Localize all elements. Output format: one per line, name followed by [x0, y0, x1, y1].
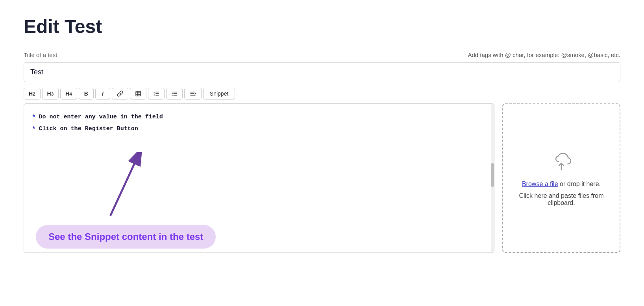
svg-point-15 — [172, 93, 172, 94]
toolbar-h3-button[interactable]: H3 — [42, 88, 59, 100]
upload-cloud-icon — [549, 150, 574, 173]
editor-line-1-text: Do not enter any value in the field — [39, 112, 163, 122]
toolbar-ordered-list-button[interactable]: 1 2 3 — [148, 88, 165, 100]
toolbar-unordered-list-button[interactable] — [166, 88, 183, 100]
upload-drop-text: or drop it here. — [560, 181, 601, 187]
editor-area: * Do not enter any value in the field * … — [24, 103, 620, 253]
field-label: Title of a test — [24, 52, 57, 58]
svg-rect-0 — [136, 91, 141, 96]
toolbar-align-button[interactable] — [184, 88, 202, 100]
toolbar-snippet-button[interactable]: Snippet — [203, 88, 235, 100]
editor-line-2: * Click on the Register Button — [32, 124, 486, 135]
upload-box[interactable]: Browse a file or drop it here. Click her… — [502, 103, 620, 253]
svg-point-14 — [172, 92, 172, 92]
editor-line-2-text: Click on the Register Button — [39, 124, 138, 134]
form-header: Title of a test Add tags with @ char, fo… — [24, 52, 620, 58]
editor-scrollbar[interactable] — [491, 104, 494, 253]
arrow-icon — [87, 152, 158, 219]
upload-paste-text[interactable]: Click here and paste files from clipboar… — [511, 192, 612, 206]
editor-toolbar: H2 H3 H4 B I 1 2 3 — [24, 88, 620, 100]
bullet-2: * — [32, 124, 36, 135]
editor-scrollbar-thumb — [491, 163, 494, 187]
title-input[interactable] — [24, 62, 620, 82]
annotation-bubble: See the Snippet content in the test — [36, 225, 216, 249]
toolbar-italic-button[interactable]: I — [95, 88, 110, 100]
editor-line-1: * Do not enter any value in the field — [32, 112, 486, 124]
svg-line-21 — [111, 164, 134, 215]
upload-text: Browse a file or drop it here. — [522, 179, 601, 189]
tags-hint: Add tags with @ char, for example: @smok… — [468, 52, 620, 58]
svg-point-16 — [172, 95, 172, 96]
editor-box[interactable]: * Do not enter any value in the field * … — [24, 103, 494, 253]
editor-content: * Do not enter any value in the field * … — [32, 112, 486, 135]
toolbar-h2-button[interactable]: H2 — [24, 88, 41, 100]
toolbar-bold-button[interactable]: B — [79, 88, 94, 100]
toolbar-table-button[interactable] — [130, 88, 146, 100]
svg-text:3: 3 — [154, 94, 155, 96]
page-title: Edit Test — [24, 16, 620, 37]
bullet-1: * — [32, 112, 36, 124]
toolbar-h4-button[interactable]: H4 — [60, 88, 77, 100]
browse-file-link[interactable]: Browse a file — [522, 181, 558, 187]
annotation-bubble-text: See the Snippet content in the test — [48, 231, 203, 242]
toolbar-link-button[interactable] — [112, 88, 128, 100]
